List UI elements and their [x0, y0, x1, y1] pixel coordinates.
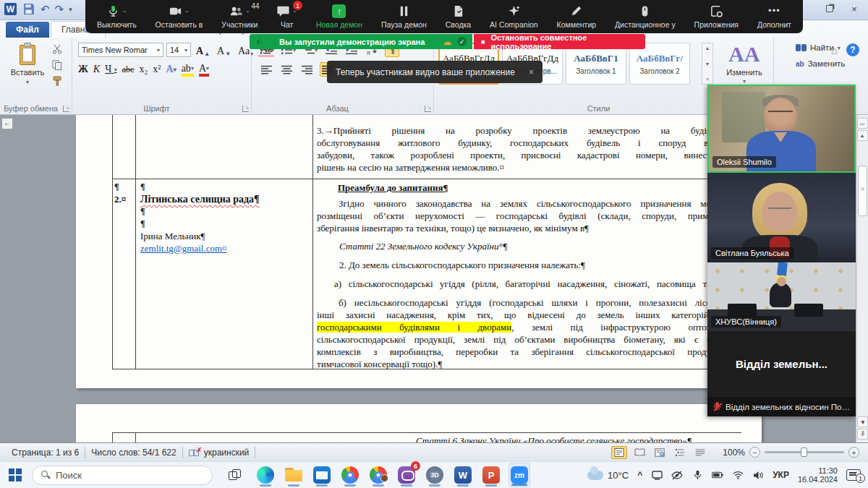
- font-dialog-launcher[interactable]: ↘: [242, 106, 249, 112]
- ruler-toggle-button[interactable]: ▭: [857, 118, 868, 129]
- strikethrough-button[interactable]: abc: [122, 62, 135, 77]
- panel-resize-icon[interactable]: ±: [861, 429, 865, 436]
- font-size-select[interactable]: 14▾: [166, 43, 191, 57]
- web-layout-view-button[interactable]: [652, 446, 668, 459]
- taskbar-app-chrome-2[interactable]: [367, 463, 389, 487]
- bold-button[interactable]: Ж: [78, 62, 88, 77]
- word-count[interactable]: Число слов: 54/1 622: [85, 443, 182, 461]
- taskbar-app-edge[interactable]: [255, 463, 276, 487]
- taskbar-app-word[interactable]: W: [452, 463, 474, 487]
- zoom-out-button[interactable]: −: [749, 447, 760, 458]
- save-icon[interactable]: [22, 2, 35, 16]
- taskbar-app-3d[interactable]: 3D: [424, 463, 446, 487]
- battery-icon[interactable]: [712, 469, 723, 481]
- scroll-up-button[interactable]: ▲: [857, 130, 868, 141]
- contact-email[interactable]: zemlit.tg@gmail.com¤: [140, 242, 307, 254]
- zoom-slider-thumb[interactable]: [801, 448, 807, 457]
- chevron-down-icon[interactable]: ⌄: [245, 7, 250, 14]
- toast-close-icon[interactable]: ×: [529, 67, 534, 77]
- styles-gallery-scroll[interactable]: ▲▼≡: [702, 43, 713, 85]
- tray-overflow-button[interactable]: ^: [637, 470, 642, 480]
- participant-video-1[interactable]: Oleksii Shumilo: [707, 85, 856, 173]
- more-button[interactable]: ••• Дополнит: [756, 0, 793, 33]
- mute-button[interactable]: ⌄ Выключить: [95, 0, 138, 33]
- participant-video-3[interactable]: ХНУВС(Вінниця): [707, 262, 856, 331]
- annotate-button[interactable]: Комментир: [556, 0, 598, 33]
- undo-button[interactable]: ↶: [41, 4, 50, 14]
- wifi-icon[interactable]: [732, 469, 744, 481]
- outline-view-button[interactable]: [672, 446, 688, 459]
- taskbar-app-mail[interactable]: [311, 463, 333, 487]
- tab-file[interactable]: Файл: [6, 22, 49, 38]
- copy-button[interactable]: [52, 59, 62, 71]
- align-right-button[interactable]: [299, 62, 314, 77]
- zoom-in-button[interactable]: +: [848, 447, 859, 458]
- start-button[interactable]: [9, 468, 22, 481]
- apps-button[interactable]: Приложения: [693, 0, 740, 33]
- chevron-down-icon[interactable]: ⌄: [122, 7, 127, 14]
- draft-view-button[interactable]: [692, 446, 708, 459]
- underline-button[interactable]: Ч ▾: [105, 62, 117, 77]
- language-indicator[interactable]: ✗ украинский: [183, 443, 255, 461]
- volume-icon[interactable]: [752, 469, 764, 481]
- taskbar-app-zoom[interactable]: zm: [509, 463, 530, 487]
- page-indicator[interactable]: Страница: 1 из 6: [6, 443, 85, 461]
- format-painter-button[interactable]: [52, 75, 62, 87]
- text-effects-button[interactable]: А▾: [166, 62, 176, 77]
- stop-video-button[interactable]: ⌄ Остановить в: [154, 0, 205, 33]
- replace-button[interactable]: ab Заменить: [796, 56, 868, 72]
- subscript-button[interactable]: х₂: [139, 62, 148, 77]
- participant-video-2[interactable]: Світлана Буяльська: [707, 173, 856, 262]
- taskbar-app-viber[interactable]: 6: [396, 463, 417, 487]
- upload-home-icon[interactable]: ⌂: [831, 44, 838, 56]
- customize-qat-caret[interactable]: ▾: [69, 6, 72, 13]
- paste-button[interactable]: Вставить ▾: [9, 42, 46, 98]
- chat-button[interactable]: 1⌄ Чат: [275, 0, 299, 33]
- participant-video-4[interactable]: Відділ земельн...: [707, 331, 856, 397]
- font-color-button[interactable]: А▾: [199, 62, 209, 77]
- cast-icon[interactable]: [651, 469, 663, 481]
- microphone-tray-icon[interactable]: [692, 469, 703, 481]
- taskbar-app-chrome[interactable]: [339, 463, 361, 487]
- document-page-2[interactable]: Статті 6 Закону України «Про особисте се…: [76, 404, 762, 442]
- chevron-down-icon[interactable]: ⌄: [184, 7, 190, 14]
- highlight-color-button[interactable]: ab▾: [182, 62, 194, 77]
- taskbar-app-powerpoint[interactable]: P: [480, 463, 502, 487]
- panel-scroll-down-icon[interactable]: ▼: [860, 419, 866, 426]
- participants-button[interactable]: 44⌄ Участники: [220, 0, 259, 33]
- italic-button[interactable]: К: [93, 62, 100, 77]
- redo-button[interactable]: ↷: [55, 4, 64, 14]
- restore-window-button[interactable]: [823, 2, 836, 15]
- keyboard-language[interactable]: УКР: [773, 470, 789, 480]
- ai-companion-button[interactable]: AI Companion: [488, 0, 540, 33]
- cut-button[interactable]: [52, 43, 62, 55]
- pause-share-button[interactable]: Пауза демон: [380, 0, 428, 33]
- taskbar-clock[interactable]: 11:30 16.04.2024: [798, 466, 838, 484]
- task-view-button[interactable]: [229, 469, 242, 481]
- active-speaker-bar[interactable]: Відділ земельних відносин Пог...: [707, 397, 856, 416]
- document-page-1[interactable]: 3.→Прийняті рішення на розробку проектів…: [76, 115, 762, 388]
- read-mode-view-button[interactable]: [631, 446, 647, 459]
- zoom-slider[interactable]: − +: [749, 447, 859, 458]
- notification-center-button[interactable]: 1: [846, 469, 861, 481]
- grow-font-button[interactable]: А▲: [194, 43, 212, 57]
- stop-sharing-button[interactable]: ■ Остановить совместное использование: [474, 34, 645, 49]
- taskbar-search-input[interactable]: Поиск: [32, 466, 213, 485]
- close-window-button[interactable]: ×: [848, 2, 861, 15]
- help-button[interactable]: ?: [846, 43, 859, 56]
- align-left-button[interactable]: [259, 62, 273, 77]
- summary-button[interactable]: Сводка: [444, 0, 472, 33]
- paragraph-dialog-launcher[interactable]: ↘: [425, 106, 431, 112]
- taskbar-app-explorer[interactable]: [283, 463, 305, 487]
- clipboard-dialog-launcher[interactable]: ↘: [63, 106, 69, 112]
- align-center-button[interactable]: [279, 62, 294, 77]
- zoom-slider-track[interactable]: [765, 451, 844, 453]
- weather-widget[interactable]: 10°C: [587, 470, 629, 481]
- eye-off-icon[interactable]: [671, 469, 683, 481]
- font-name-select[interactable]: Times New Romar▾: [78, 43, 163, 57]
- new-share-button[interactable]: ↑ Новая демон: [315, 0, 364, 33]
- vertical-scrollbar[interactable]: ▭ ▲ ▼ ±: [856, 115, 868, 442]
- tab-selector-button[interactable]: ⌐: [1, 118, 13, 129]
- zoom-level[interactable]: 100%: [723, 448, 745, 458]
- superscript-button[interactable]: х²: [153, 62, 161, 77]
